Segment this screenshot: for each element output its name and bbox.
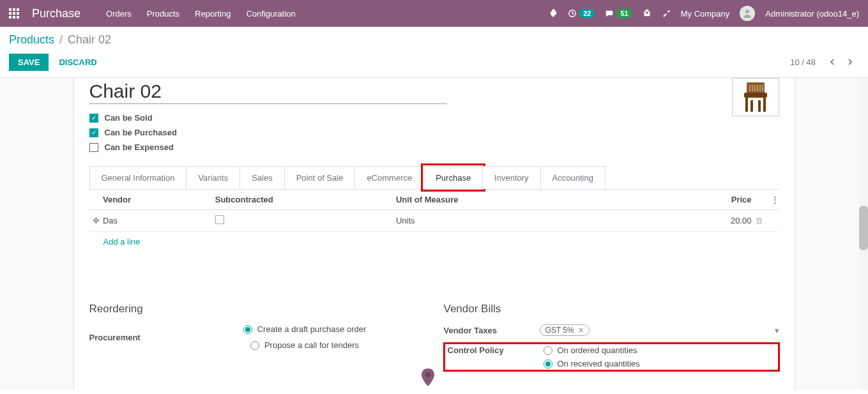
table-row[interactable]: ✥ Das Units 20.00 🗑 (89, 210, 779, 232)
procurement-tender-radio[interactable]: Propose a call for tenders (250, 340, 359, 350)
breadcrumb-sep: / (59, 33, 63, 47)
cell-vendor[interactable]: Das (103, 216, 215, 225)
tab-accounting[interactable]: Accounting (540, 166, 605, 189)
save-button[interactable]: SAVE (9, 54, 49, 71)
tab-sales[interactable]: Sales (240, 166, 285, 189)
svg-point-1 (745, 10, 749, 13)
tab-general-information[interactable]: General Information (89, 166, 187, 189)
tab-purchase[interactable]: Purchase (423, 166, 483, 189)
product-name-input[interactable] (89, 78, 447, 104)
vendor-tax-text: GST 5% (545, 326, 574, 335)
tag-remove-icon[interactable]: ✕ (578, 326, 584, 335)
svg-point-2 (425, 372, 430, 377)
company-selector[interactable]: My Company (681, 9, 730, 19)
user-avatar-icon[interactable] (740, 6, 755, 21)
procurement-tender-label: Propose a call for tenders (264, 340, 359, 350)
can-be-purchased-checkbox[interactable] (89, 128, 98, 137)
vendor-taxes-label: Vendor Taxes (444, 326, 540, 335)
discuss-count: 51 (616, 9, 632, 18)
product-checks: Can be Sold Can be Purchased Can be Expe… (89, 113, 779, 152)
activities-icon[interactable]: 22 (568, 9, 595, 18)
th-uom: Unit of Measure (396, 195, 689, 204)
menu-orders[interactable]: Orders (106, 9, 132, 19)
pager-next-icon[interactable] (841, 53, 859, 71)
product-image[interactable] (732, 78, 779, 116)
menu-configuration[interactable]: Configuration (246, 9, 295, 19)
form-sheet: Can be Sold Can be Purchased Can be Expe… (73, 78, 795, 390)
th-price: Price (689, 195, 752, 204)
th-vendor: Vendor (103, 195, 215, 204)
bug-icon[interactable] (549, 8, 558, 19)
radio-icon (544, 360, 552, 368)
chair-icon (743, 82, 768, 112)
vendor-tax-tag[interactable]: GST 5% ✕ (540, 324, 590, 336)
top-nav: Purchase Orders Products Reporting Confi… (0, 0, 868, 27)
menu-products[interactable]: Products (147, 9, 179, 19)
scrollbar-thumb[interactable] (859, 206, 868, 250)
tab-ecommerce[interactable]: eCommerce (354, 166, 424, 189)
discard-button[interactable]: DISCARD (59, 57, 96, 67)
th-subcontracted: Subcontracted (215, 195, 396, 204)
form-sheet-bg: Can be Sold Can be Purchased Can be Expe… (0, 78, 868, 390)
vendor-table: Vendor Subcontracted Unit of Measure Pri… (89, 190, 779, 252)
tab-point-of-sale[interactable]: Point of Sale (284, 166, 356, 189)
breadcrumb: Products / Chair 02 (9, 33, 859, 47)
tabs: General Information Variants Sales Point… (89, 166, 779, 190)
user-menu[interactable]: Administrator (odoo14_e) (765, 9, 859, 19)
control-policy-label: Control Policy (448, 345, 544, 355)
breadcrumb-current: Chair 02 (68, 33, 111, 47)
can-be-expensed-checkbox[interactable] (89, 143, 98, 152)
radio-icon (544, 346, 552, 355)
activities-count: 22 (579, 9, 595, 18)
chevron-down-icon[interactable]: ▾ (775, 326, 779, 335)
add-line-button[interactable]: Add a line (89, 232, 779, 252)
procurement-label: Procurement (89, 333, 185, 342)
procurement-draft-radio[interactable]: Create a draft purchase order (243, 324, 367, 334)
radio-icon (243, 325, 252, 334)
kebab-icon[interactable]: ⋮ (766, 195, 779, 204)
menu-reporting[interactable]: Reporting (195, 9, 231, 19)
can-be-expensed-label: Can be Expensed (105, 142, 174, 152)
apps-icon[interactable] (9, 8, 19, 19)
can-be-purchased-label: Can be Purchased (105, 128, 177, 137)
pager-text[interactable]: 10 / 48 (790, 57, 816, 67)
cell-subcontracted-checkbox[interactable] (215, 215, 224, 224)
vendor-bills-group: Vendor Bills Vendor Taxes GST 5% ✕ ▾ Con… (444, 303, 779, 371)
can-be-sold-checkbox[interactable] (89, 114, 98, 123)
control-panel: Products / Chair 02 SAVE DISCARD 10 / 48 (0, 27, 868, 77)
tab-variants[interactable]: Variants (186, 166, 240, 189)
reordering-group: Reordering Procurement Create a draft pu… (89, 303, 425, 371)
radio-icon (250, 341, 259, 350)
tools-icon[interactable] (662, 8, 671, 19)
vendor-bills-title: Vendor Bills (444, 303, 779, 315)
gift-icon[interactable] (643, 8, 651, 19)
cell-price[interactable]: 20.00 (689, 216, 752, 225)
drag-handle-icon[interactable]: ✥ (89, 216, 103, 225)
discuss-icon[interactable]: 51 (605, 9, 632, 18)
control-policy-received-radio[interactable]: On received quantities (544, 359, 640, 368)
topnav-menu: Orders Products Reporting Configuration (106, 9, 296, 19)
can-be-sold-label: Can be Sold (105, 113, 153, 123)
reordering-title: Reordering (89, 303, 425, 315)
control-policy-received-label: On received quantities (558, 359, 640, 368)
pager-prev-icon[interactable] (823, 53, 841, 71)
scrollbar-track[interactable] (859, 78, 868, 390)
breadcrumb-parent[interactable]: Products (9, 33, 54, 47)
control-policy-ordered-label: On ordered quantities (558, 345, 637, 355)
topnav-right: 22 51 My Company Administrator (odoo14_e… (549, 6, 859, 21)
delete-row-icon[interactable]: 🗑 (752, 216, 766, 225)
control-policy-highlight: Control Policy On ordered quantities (444, 343, 779, 371)
tab-inventory[interactable]: Inventory (482, 166, 540, 189)
app-title[interactable]: Purchase (32, 7, 80, 20)
cell-uom[interactable]: Units (396, 216, 689, 225)
control-policy-ordered-radio[interactable]: On ordered quantities (544, 345, 637, 355)
procurement-draft-label: Create a draft purchase order (257, 324, 367, 334)
map-pin-icon[interactable] (421, 368, 435, 386)
